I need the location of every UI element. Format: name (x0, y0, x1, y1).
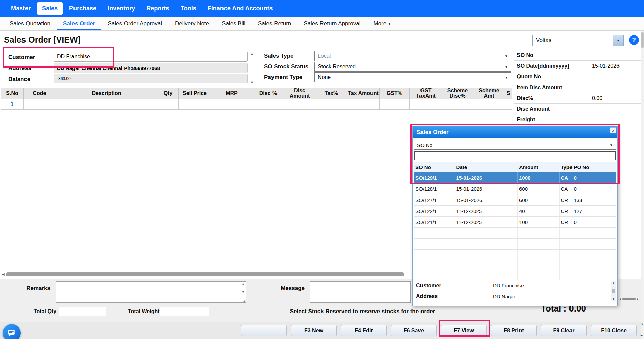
button-f9-clear[interactable]: F9 Clear (541, 325, 587, 336)
button-f6-save[interactable]: F6 Save (391, 325, 437, 336)
remarks-textarea[interactable] (56, 282, 246, 302)
tab-sales-bill[interactable]: Sales Bill (215, 17, 252, 30)
items-cell[interactable] (252, 99, 284, 110)
summary-value[interactable] (589, 71, 641, 82)
scroll-down-icon[interactable]: ▼ (242, 290, 245, 294)
scroll-down-icon[interactable]: ▼ (250, 80, 254, 84)
tab-more[interactable]: More▾ (367, 17, 397, 30)
popup-cell[interactable]: 127 (572, 206, 616, 216)
popup-cell[interactable]: 1000 (518, 172, 560, 183)
popup-cell[interactable]: SO/122/1 (414, 206, 455, 216)
scroll-right-icon[interactable]: ► (636, 297, 639, 301)
scroll-down-icon[interactable]: ▼ (612, 297, 615, 301)
summary-value[interactable]: 15-01-2026 (589, 61, 641, 71)
popup-cell[interactable]: CA (560, 172, 573, 183)
popup-cell[interactable]: SO/129/1 (414, 172, 455, 183)
popup-empty-row[interactable] (414, 239, 616, 250)
scrollbar-thumb[interactable] (612, 289, 615, 293)
blank-button[interactable] (241, 325, 287, 336)
horizontal-scrollbar-thumb[interactable] (6, 272, 404, 276)
tab-sales-order-approval[interactable]: Sales Order Approval (101, 17, 168, 30)
scroll-up-icon[interactable]: ▲ (242, 282, 245, 286)
popup-row-so-128-1[interactable]: SO/128/115-01-2026600CA0 (414, 183, 616, 194)
items-cell[interactable] (410, 99, 442, 110)
popup-search-input[interactable] (414, 151, 616, 160)
scroll-up-icon[interactable]: ▲ (612, 281, 615, 285)
scroll-left-icon[interactable]: ◄ (1, 272, 5, 277)
popup-cell[interactable]: 133 (572, 194, 616, 205)
popup-cell[interactable]: 15-01-2026 (455, 172, 518, 183)
popup-cell[interactable]: CR (560, 194, 573, 205)
nav-item-sales[interactable]: Sales (37, 2, 63, 15)
message-textarea[interactable] (310, 282, 410, 302)
popup-cell[interactable]: CR (560, 206, 573, 216)
total-weight-input[interactable] (160, 307, 209, 316)
nav-item-tools[interactable]: Tools (176, 2, 201, 15)
popup-cell[interactable]: 600 (518, 183, 560, 194)
button-f7-view[interactable]: F7 View (441, 325, 487, 336)
customer-input[interactable] (54, 52, 248, 62)
items-cell[interactable] (24, 99, 55, 110)
address-input[interactable] (54, 63, 248, 73)
items-cell[interactable] (284, 99, 315, 110)
popup-cell[interactable]: SO/127/1 (414, 194, 455, 205)
items-cell[interactable] (505, 99, 512, 110)
items-cell[interactable] (179, 99, 211, 110)
scroll-left-icon[interactable]: ◄ (618, 297, 622, 301)
items-cell[interactable]: 1 (1, 99, 24, 110)
payment-type-select[interactable]: None▼ (314, 72, 511, 82)
nav-item-finance-and-accounts[interactable]: Finance And Accounts (203, 2, 278, 15)
popup-cell[interactable]: 15-01-2026 (455, 183, 518, 194)
scroll-up-icon[interactable]: ▲ (250, 52, 254, 56)
items-cell[interactable] (380, 99, 410, 110)
popup-cell[interactable]: 40 (518, 206, 560, 216)
summary-value[interactable]: 0.00 (589, 93, 641, 103)
popup-row-so-129-1[interactable]: SO/129/115-01-20261000CA0 (414, 172, 616, 183)
nav-item-master[interactable]: Master (6, 2, 36, 15)
tab-delivery-note[interactable]: Delivery Note (168, 17, 215, 30)
items-cell[interactable] (442, 99, 473, 110)
items-cell[interactable] (55, 99, 158, 110)
button-f4-edit[interactable]: F4 Edit (341, 325, 387, 336)
popup-row-so-122-1[interactable]: SO/122/111-12-202540CR127 (414, 206, 616, 217)
chat-widget-button[interactable] (3, 324, 21, 339)
sales-type-select[interactable]: Local▼ (314, 51, 511, 61)
popup-cell[interactable]: 600 (518, 194, 560, 205)
page-vertical-scrollbar[interactable] (641, 31, 644, 339)
so-stock-status-select[interactable]: Stock Reserved▼ (314, 62, 511, 72)
popup-title-bar[interactable]: Sales Order x (413, 126, 617, 138)
items-cell[interactable] (473, 99, 505, 110)
popup-cell[interactable]: 0 (572, 183, 616, 194)
nav-item-reports[interactable]: Reports (141, 2, 174, 15)
popup-empty-row[interactable] (414, 228, 616, 239)
nav-item-purchase[interactable]: Purchase (64, 2, 101, 15)
button-f10-close[interactable]: F10 Close (591, 325, 637, 336)
scroll-down-icon[interactable]: ▼ (641, 323, 644, 326)
popup-row-so-127-1[interactable]: SO/127/115-01-2026600CR133 (414, 194, 616, 206)
scroll-right-icon[interactable]: ► (640, 333, 643, 337)
popup-footer-scrollbar[interactable]: ▲ ▼ (611, 281, 616, 301)
popup-cell[interactable]: 0 (572, 172, 616, 183)
popup-cell[interactable]: 15-01-2026 (455, 194, 518, 205)
button-f8-print[interactable]: F8 Print (491, 325, 537, 336)
help-icon[interactable]: ? (629, 35, 639, 45)
summary-value[interactable] (589, 114, 641, 125)
popup-empty-row[interactable] (414, 261, 616, 272)
balance-input[interactable] (54, 74, 248, 83)
chevron-down-icon[interactable]: ▼ (613, 35, 623, 46)
items-cell[interactable] (315, 99, 347, 110)
company-select[interactable]: Voltas ▼ (532, 35, 624, 46)
resize-grip-icon[interactable]: ◢ (243, 299, 245, 302)
popup-cell[interactable]: CA (560, 183, 573, 194)
popup-cell[interactable]: 0 (572, 217, 616, 227)
close-icon[interactable]: x (610, 127, 616, 133)
items-cell[interactable] (347, 99, 380, 110)
customer-panel-scrollbar[interactable]: ▲ ▼ (250, 52, 254, 84)
popup-cell[interactable]: 11-12-2025 (455, 217, 518, 227)
total-qty-input[interactable] (59, 307, 106, 316)
tab-sales-return-approval[interactable]: Sales Return Approval (297, 17, 367, 30)
popup-cell[interactable]: CR (560, 217, 573, 227)
popup-filter-select[interactable]: SO No ▼ (414, 140, 616, 150)
summary-value[interactable] (589, 82, 641, 93)
items-cell[interactable] (158, 99, 179, 110)
